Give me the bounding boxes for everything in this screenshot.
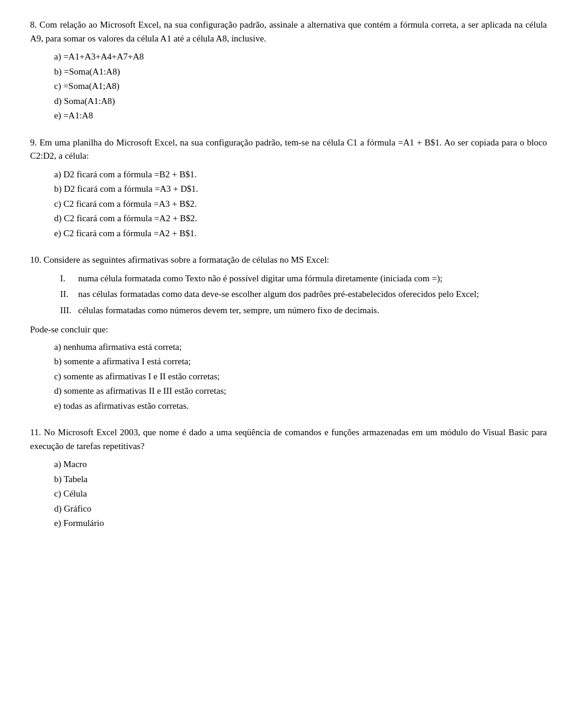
- list-item: d) C2 ficará com a fórmula =A2 + B$2.: [54, 212, 547, 225]
- question-10-options: a) nenhuma afirmativa está correta; b) s…: [30, 340, 547, 413]
- question-number: 8.: [30, 20, 37, 29]
- question-body: Considere as seguintes afirmativas sobre…: [44, 255, 329, 265]
- list-item: c) C2 ficará com a fórmula =A3 + B$2.: [54, 197, 547, 211]
- list-item: e) todas as afirmativas estão corretas.: [54, 399, 547, 413]
- list-item: b) somente a afirmativa I está correta;: [54, 355, 547, 369]
- question-11-text: 11. No Microsoft Excel 2003, que nome é …: [30, 426, 547, 453]
- list-item: c) Célula: [54, 487, 547, 501]
- question-8-text: 8. Com relação ao Microsoft Excel, na su…: [30, 18, 547, 45]
- question-9: 9. Em uma planilha do Microsoft Excel, n…: [30, 136, 547, 240]
- question-8-options: a) =A1+A3+A4+A7+A8 b) =Soma(A1:A8) c) =S…: [30, 50, 547, 123]
- list-item: c) =Soma(A1;A8): [54, 79, 547, 93]
- list-item: a) nenhuma afirmativa está correta;: [54, 340, 547, 354]
- list-item: d) Soma(A1:A8): [54, 94, 547, 108]
- question-number: 11.: [30, 427, 41, 437]
- list-item: b) =Soma(A1:A8): [54, 65, 547, 79]
- question-number: 10.: [30, 255, 41, 265]
- question-8: 8. Com relação ao Microsoft Excel, na su…: [30, 18, 547, 123]
- list-item: e) =A1:A8: [54, 109, 547, 123]
- list-item: d) somente as afirmativas II e III estão…: [54, 384, 547, 398]
- question-number: 9.: [30, 138, 37, 147]
- question-body: Com relação ao Microsoft Excel, na sua c…: [30, 20, 547, 43]
- list-item: c) somente as afirmativas I e II estão c…: [54, 370, 547, 384]
- pode-se-text: Pode-se concluir que:: [30, 323, 547, 337]
- question-10: 10. Considere as seguintes afirmativas s…: [30, 253, 547, 412]
- list-item: e) C2 ficará com a fórmula =A2 + B$1.: [54, 227, 547, 240]
- question-body: No Microsoft Excel 2003, que nome é dado…: [30, 427, 547, 451]
- list-item: b) D2 ficará com a fórmula =A3 + D$1.: [54, 182, 547, 196]
- list-item: a) D2 ficará com a fórmula =B2 + B$1.: [54, 168, 547, 182]
- question-11: 11. No Microsoft Excel 2003, que nome é …: [30, 426, 547, 530]
- list-item: I.numa célula formatada como Texto não é…: [60, 272, 547, 286]
- list-item: a) Macro: [54, 457, 547, 471]
- list-item: d) Gráfico: [54, 502, 547, 516]
- question-10-text: 10. Considere as seguintes afirmativas s…: [30, 253, 547, 267]
- list-item: II.nas células formatadas como data deve…: [60, 287, 547, 301]
- list-item: a) =A1+A3+A4+A7+A8: [54, 50, 547, 64]
- question-body: Em uma planilha do Microsoft Excel, na s…: [30, 138, 547, 161]
- question-9-options: a) D2 ficará com a fórmula =B2 + B$1. b)…: [30, 168, 547, 240]
- list-item: b) Tabela: [54, 473, 547, 486]
- list-item: e) Formulário: [54, 516, 547, 530]
- roman-items-list: I.numa célula formatada como Texto não é…: [30, 272, 547, 317]
- question-11-options: a) Macro b) Tabela c) Célula d) Gráfico …: [30, 457, 547, 530]
- question-9-text: 9. Em uma planilha do Microsoft Excel, n…: [30, 136, 547, 163]
- list-item: III.células formatadas como números deve…: [60, 304, 547, 317]
